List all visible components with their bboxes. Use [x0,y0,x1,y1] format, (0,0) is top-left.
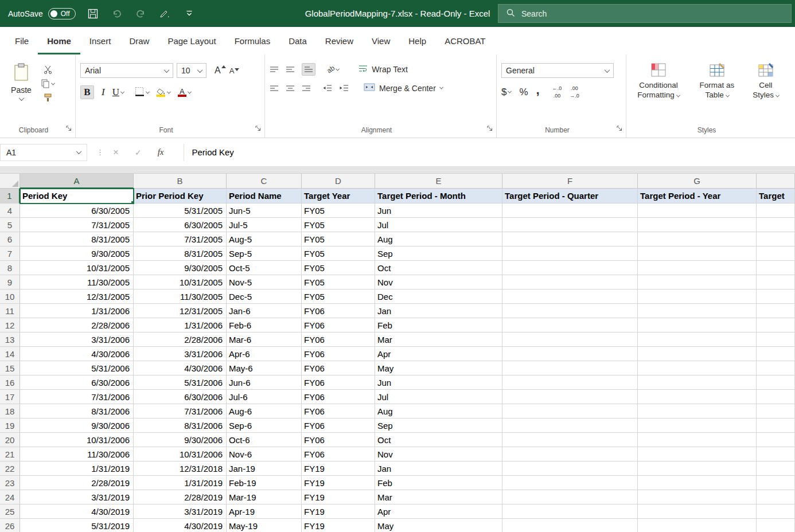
row-header-20[interactable]: 20 [0,433,20,447]
cell-D17[interactable]: FY06 [302,390,375,404]
cell-G5[interactable] [638,218,757,232]
cell-A18[interactable]: 8/31/2006 [20,404,134,418]
customize-quick-access-icon[interactable] [182,6,196,22]
column-header-A[interactable]: A [20,174,134,189]
cell-A11[interactable]: 1/31/2006 [20,304,134,318]
fill-handle[interactable] [131,201,134,204]
cell-E24[interactable]: Mar [375,490,502,504]
cell-H8[interactable] [757,261,795,275]
row-header-13[interactable]: 13 [0,332,20,347]
row-header-7[interactable]: 7 [0,247,20,261]
cell-A1[interactable]: Period Key [20,189,134,204]
row-header-23[interactable]: 23 [0,476,20,490]
conditional-formatting-button[interactable]: Conditional Formatting [631,63,686,100]
name-box[interactable]: A1 [0,144,87,161]
cell-C5[interactable]: Jul-5 [227,218,302,232]
cell-G25[interactable] [638,504,757,519]
autosave-toggle[interactable]: Off [48,8,76,19]
column-header-D[interactable]: D [302,174,375,189]
comma-style-icon[interactable]: , [536,83,540,97]
cell-A22[interactable]: 1/31/2019 [20,461,134,476]
cell-B20[interactable]: 9/30/2006 [134,433,227,447]
align-bottom-icon[interactable] [302,63,315,76]
cell-C6[interactable]: Aug-5 [227,232,302,247]
tab-view[interactable]: View [363,27,399,54]
cell-E17[interactable]: Jul [375,390,502,404]
align-top-icon[interactable] [270,66,279,73]
cell-H22[interactable] [757,461,795,476]
formula-input[interactable]: Period Key [192,147,795,157]
search-input[interactable]: Search [498,4,792,23]
cell-E5[interactable]: Jul [375,218,502,232]
copy-icon[interactable] [41,79,54,88]
redo-icon[interactable] [134,6,148,22]
cell-C24[interactable]: Mar-19 [227,490,302,504]
cell-A8[interactable]: 10/31/2005 [20,261,134,275]
cell-A17[interactable]: 7/31/2006 [20,390,134,404]
tab-help[interactable]: Help [399,27,435,54]
cell-C1[interactable]: Period Name [227,189,302,204]
enter-icon[interactable]: ✓ [135,148,142,157]
cell-F20[interactable] [502,433,638,447]
cell-C20[interactable]: Oct-6 [227,433,302,447]
cell-D26[interactable]: FY19 [302,519,375,532]
cell-A5[interactable]: 7/31/2005 [20,218,134,232]
cell-G14[interactable] [638,347,757,361]
cell-H18[interactable] [757,404,795,418]
tab-data[interactable]: Data [279,27,316,54]
cell-C19[interactable]: Sep-6 [227,418,302,433]
cell-C15[interactable]: May-6 [227,361,302,375]
cell-C25[interactable]: Apr-19 [227,504,302,519]
cell-B6[interactable]: 7/31/2005 [134,232,227,247]
cell-E15[interactable]: May [375,361,502,375]
cell-H7[interactable] [757,247,795,261]
cell-D23[interactable]: FY19 [302,476,375,490]
cell-G15[interactable] [638,361,757,375]
row-header-18[interactable]: 18 [0,404,20,418]
cell-G1[interactable]: Target Period - Year [638,189,757,204]
cell-A15[interactable]: 5/31/2006 [20,361,134,375]
cell-D4[interactable]: FY05 [302,204,375,218]
cancel-icon[interactable]: × [113,147,119,158]
cell-D21[interactable]: FY06 [302,447,375,461]
bold-button[interactable]: B [80,85,94,99]
cell-A20[interactable]: 10/31/2006 [20,433,134,447]
align-middle-icon[interactable] [286,66,295,73]
cell-G23[interactable] [638,476,757,490]
cell-E4[interactable]: Jun [375,204,502,218]
tab-acrobat[interactable]: ACROBAT [435,27,494,54]
cell-E6[interactable]: Aug [375,232,502,247]
cell-D7[interactable]: FY05 [302,247,375,261]
cell-B22[interactable]: 12/31/2018 [134,461,227,476]
cell-C11[interactable]: Jan-6 [227,304,302,318]
alignment-dialog-launcher-icon[interactable] [487,123,493,134]
cell-A14[interactable]: 4/30/2006 [20,347,134,361]
cell-B5[interactable]: 6/30/2005 [134,218,227,232]
cell-H1[interactable]: Target [757,189,795,204]
cell-G22[interactable] [638,461,757,476]
font-dialog-launcher-icon[interactable] [255,123,261,134]
cell-F12[interactable] [502,318,638,332]
underline-button[interactable]: U [112,87,124,98]
save-icon[interactable] [86,6,100,22]
cell-G12[interactable] [638,318,757,332]
cell-B21[interactable]: 10/31/2006 [134,447,227,461]
cell-C22[interactable]: Jan-19 [227,461,302,476]
cell-H5[interactable] [757,218,795,232]
cell-F22[interactable] [502,461,638,476]
increase-indent-icon[interactable] [339,84,349,92]
cell-E11[interactable]: Jan [375,304,502,318]
cell-C4[interactable]: Jun-5 [227,204,302,218]
cell-E21[interactable]: Nov [375,447,502,461]
cell-G9[interactable] [638,275,757,290]
cell-H19[interactable] [757,418,795,433]
cell-C14[interactable]: Apr-6 [227,347,302,361]
cell-F25[interactable] [502,504,638,519]
cell-D11[interactable]: FY06 [302,304,375,318]
font-name-select[interactable]: Arial [80,63,173,78]
wrap-text-button[interactable]: Wrap Text [358,65,408,74]
cell-D19[interactable]: FY06 [302,418,375,433]
cell-E19[interactable]: Sep [375,418,502,433]
cell-D12[interactable]: FY06 [302,318,375,332]
row-header-15[interactable]: 15 [0,361,20,375]
